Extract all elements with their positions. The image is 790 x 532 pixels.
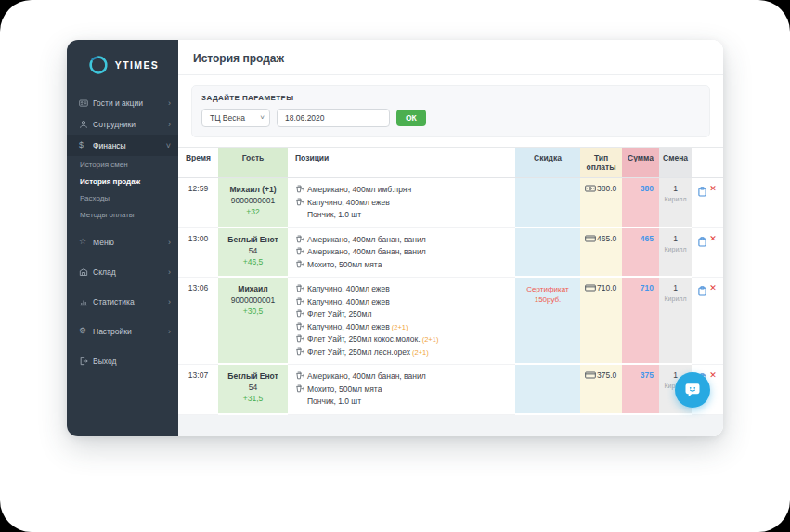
date-input[interactable] bbox=[277, 109, 390, 127]
delete-sale-icon[interactable]: ✕ bbox=[709, 283, 717, 364]
sidebar-item-staff[interactable]: Сотрудники › bbox=[67, 113, 178, 135]
takeaway-cup-icon bbox=[295, 297, 307, 309]
sale-guest-cell: Беглый Енот 54 +46,5 bbox=[218, 228, 288, 279]
page-background: YTIMES Гости и акции › Сотрудники › $ Фи… bbox=[0, 0, 790, 532]
chevron-icon: › bbox=[168, 327, 171, 336]
sale-time: 12:59 bbox=[178, 178, 218, 228]
sidebar: YTIMES Гости и акции › Сотрудники › $ Фи… bbox=[67, 40, 178, 436]
sale-guest-cell: Михаил (+1) 9000000001 +32 bbox=[218, 178, 288, 228]
filter-section: ЗАДАЙТЕ ПАРАМЕТРЫ ТЦ Весна ˅ ОК bbox=[178, 75, 723, 147]
filter-controls: ТЦ Весна ˅ ОК bbox=[201, 109, 700, 127]
position-text: Капучино, 400мл ежев bbox=[307, 284, 390, 293]
sidebar-subitem-payment-methods[interactable]: Методы оплаты bbox=[67, 206, 178, 223]
sidebar-item-statistics[interactable]: Статистика › bbox=[67, 291, 178, 312]
sale-discount bbox=[515, 228, 580, 279]
header-guest: Гость bbox=[218, 148, 288, 177]
delete-sale-icon[interactable]: ✕ bbox=[709, 184, 717, 227]
sidebar-item-label: Сотрудники bbox=[93, 120, 168, 129]
support-chat-button[interactable] bbox=[675, 372, 710, 408]
sale-sum-link[interactable]: 710 bbox=[622, 278, 659, 365]
position-text: Американо, 400мл банан, ванил bbox=[307, 371, 426, 381]
sale-sum-link[interactable]: 465 bbox=[622, 228, 659, 279]
brand-swirl-icon bbox=[86, 53, 110, 77]
sidebar-item-settings[interactable]: ⚙ Настройки › bbox=[67, 320, 178, 342]
main-area: История продаж ЗАДАЙТЕ ПАРАМЕТРЫ ТЦ Весн… bbox=[178, 40, 723, 436]
chat-bubble-icon bbox=[683, 381, 702, 399]
copy-receipt-icon[interactable] bbox=[698, 283, 706, 364]
sale-positions: Капучино, 400мл ежев Капучино, 400мл еже… bbox=[288, 278, 515, 365]
sale-discount: Сертификат 150руб. bbox=[515, 278, 580, 365]
copy-receipt-icon[interactable] bbox=[698, 184, 706, 227]
sidebar-item-menu[interactable]: ☆ Меню › bbox=[67, 231, 178, 253]
sidebar-subitem-expenses[interactable]: Расходы bbox=[67, 189, 178, 206]
sale-payment: 465.0 bbox=[580, 228, 622, 279]
shift-number: 1 bbox=[659, 234, 692, 244]
guest-bonus: +46,5 bbox=[220, 256, 286, 267]
position-item: Американо, 400мл банан, ванил bbox=[295, 246, 508, 259]
payment-amount: 380.0 bbox=[597, 184, 616, 193]
logout-icon bbox=[79, 357, 93, 366]
takeaway-cup-icon bbox=[295, 371, 307, 383]
sale-row: 13:06 Михаил 9000000001 +30,5 Капучино, … bbox=[178, 278, 723, 365]
sale-sum-link[interactable]: 380 bbox=[622, 178, 659, 228]
payment-amount: 375.0 bbox=[597, 370, 616, 380]
chevron-down-icon: ˅ bbox=[260, 113, 265, 122]
card-icon bbox=[585, 235, 597, 244]
header-time: Время bbox=[178, 148, 218, 177]
header-shift: Смена bbox=[659, 148, 692, 177]
delete-sale-icon[interactable]: ✕ bbox=[709, 370, 717, 414]
sale-time: 13:07 bbox=[178, 365, 218, 415]
position-text: Флет Уайт, 250мл bbox=[307, 309, 371, 318]
position-item: Мохито, 500мл мята bbox=[295, 383, 508, 396]
sidebar-subitem-label: Методы оплаты bbox=[80, 211, 135, 219]
position-text: Американо, 400мл банан, ванил bbox=[307, 247, 426, 256]
position-item: Капучино, 400мл ежев bbox=[295, 283, 508, 296]
guest-name: Беглый Енот bbox=[220, 234, 286, 245]
sidebar-subitem-sales-history[interactable]: История продаж bbox=[67, 173, 178, 189]
sidebar-item-guests[interactable]: Гости и акции › bbox=[67, 92, 178, 113]
sidebar-item-finance[interactable]: $ Финансы ˅ bbox=[67, 135, 178, 156]
position-item: Флет Уайт, 250мл лесн.орех(2+1) bbox=[295, 346, 508, 359]
header-actions bbox=[692, 148, 723, 177]
chevron-icon: › bbox=[168, 267, 171, 277]
app-window: YTIMES Гости и акции › Сотрудники › $ Фи… bbox=[67, 40, 723, 436]
position-text: Флет Уайт, 250мл кокос.молок. bbox=[307, 334, 421, 344]
filter-panel: ЗАДАЙТЕ ПАРАМЕТРЫ ТЦ Весна ˅ ОК bbox=[191, 85, 710, 137]
filter-label: ЗАДАЙТЕ ПАРАМЕТРЫ bbox=[201, 94, 700, 102]
brand-logo: YTIMES bbox=[67, 40, 178, 92]
shift-user: Кирилл bbox=[659, 194, 692, 204]
shift-user: Кирилл bbox=[659, 293, 692, 304]
sale-discount bbox=[515, 365, 580, 415]
takeaway-cup-icon bbox=[295, 235, 307, 247]
sidebar-item-label: Настройки bbox=[93, 327, 168, 336]
stats-icon bbox=[79, 297, 93, 306]
payment-amount: 710.0 bbox=[597, 283, 616, 292]
location-select[interactable]: ТЦ Весна ˅ bbox=[201, 109, 270, 127]
sidebar-item-label: Статистика bbox=[93, 297, 168, 306]
card-icon bbox=[585, 371, 597, 381]
position-item: Американо, 400мл банан, ванил bbox=[295, 234, 508, 247]
shift-user: Кирилл bbox=[659, 244, 692, 254]
delete-sale-icon[interactable]: ✕ bbox=[709, 234, 717, 278]
guest-id: 54 bbox=[220, 245, 286, 256]
sidebar-item-warehouse[interactable]: Склад › bbox=[67, 261, 178, 282]
position-item: Капучино, 400мл ежев bbox=[295, 197, 508, 210]
sidebar-subitem-shift-history[interactable]: История смен bbox=[67, 156, 178, 173]
page-title: История продаж bbox=[193, 52, 284, 65]
ok-button[interactable]: ОК bbox=[396, 110, 426, 126]
sale-sum-link[interactable]: 375 bbox=[622, 365, 659, 415]
copy-receipt-icon[interactable] bbox=[698, 234, 706, 278]
position-text: Пончик, 1.0 шт bbox=[307, 210, 361, 219]
takeaway-cup-icon bbox=[295, 198, 307, 210]
takeaway-cup-icon bbox=[295, 309, 307, 321]
sale-positions: Американо, 400мл имб.прян Капучино, 400м… bbox=[288, 178, 515, 228]
sale-time: 13:06 bbox=[178, 278, 218, 365]
sidebar-item-logout[interactable]: Выход bbox=[67, 350, 178, 371]
chevron-icon: › bbox=[168, 297, 171, 306]
position-text: Американо, 400мл имб.прян bbox=[307, 185, 411, 194]
position-text: Флет Уайт, 250мл лесн.орех bbox=[307, 347, 410, 357]
position-text: Мохито, 500мл мята bbox=[307, 384, 382, 394]
position-item: Флет Уайт, 250мл кокос.молок.(2+1) bbox=[295, 333, 508, 346]
card-icon bbox=[585, 284, 597, 293]
content-footer-area bbox=[178, 415, 723, 437]
